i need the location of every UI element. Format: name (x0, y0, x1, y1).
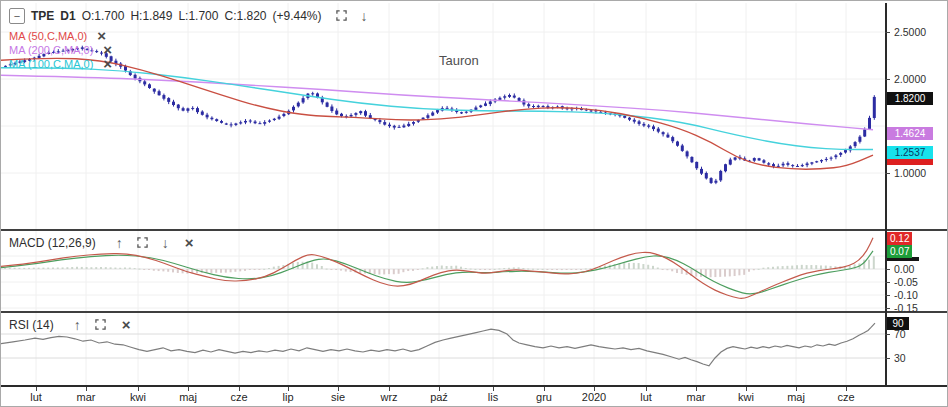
chart-window: − TPE D1 O:1.700 H:1.849 L:1.700 C:1.820… (0, 0, 948, 407)
macd-axis-tick (885, 295, 890, 296)
x-axis-month-label[interactable]: cze (230, 391, 247, 403)
close-macd-icon[interactable]: × (185, 236, 194, 250)
macd-axis-tick-label: 0.00 (894, 263, 914, 275)
price-axis-tick-label: 2.5000 (894, 26, 926, 38)
price-value-badge: 1.2537 (887, 146, 933, 159)
price-value-badge: 1.8200 (887, 92, 933, 105)
panel-divider (1, 229, 947, 231)
price-value-badge: 1.4624 (887, 127, 933, 140)
instrument-watermark: Tauron (439, 53, 479, 68)
x-axis-month-label[interactable]: lut (640, 391, 652, 403)
rsi-axis-tick (885, 334, 890, 335)
x-axis-month-label[interactable]: mar (77, 391, 96, 403)
ma100-label: MA (100,C,MA,0) (9, 58, 93, 70)
price-axis-tick (885, 79, 890, 80)
macd-axis-tick (885, 282, 890, 283)
ohlc-high: H:1.849 (130, 9, 172, 23)
macd-axis-tick (885, 308, 890, 309)
x-axis-month-label[interactable]: wrz (380, 391, 397, 403)
ohlc-close: C:1.820 (224, 9, 266, 23)
x-axis-month-label[interactable]: lip (282, 391, 293, 403)
macd-value-badge: 0.07 (887, 245, 912, 258)
x-axis-month-label[interactable]: sie (331, 391, 345, 403)
price-axis-tick (885, 32, 890, 33)
close-rsi-icon[interactable]: × (122, 318, 131, 332)
macd-hist-badge-partial (887, 257, 919, 261)
ma50-value-badge-partial (887, 159, 933, 165)
symbol-label: TPE (31, 9, 54, 23)
x-axis-month-label[interactable]: cze (837, 391, 854, 403)
x-axis-line (1, 385, 947, 387)
ohlc-open: O:1.700 (82, 9, 125, 23)
panel-divider (1, 311, 947, 313)
rsi-axis-tick-label: 30 (894, 352, 906, 364)
price-axis-tick-label: 1.0000 (894, 167, 926, 179)
x-axis-month-label[interactable]: 2020 (582, 391, 606, 403)
expand-icon[interactable] (336, 9, 347, 23)
rsi-value-badge: 90 (887, 317, 909, 330)
price-axis-tick (885, 173, 890, 174)
x-axis-month-label[interactable]: lut (30, 391, 42, 403)
x-axis-month-label[interactable]: lis (488, 391, 498, 403)
macd-title: MACD (12,26,9) (9, 236, 96, 250)
expand-icon[interactable] (137, 236, 148, 250)
price-axis-tick-label: 2.0000 (894, 73, 926, 85)
macd-axis-tick-label: -0.05 (894, 276, 918, 288)
collapse-panel-button[interactable]: − (9, 8, 25, 24)
x-axis-month-label[interactable]: gru (536, 391, 552, 403)
remove-ma100-icon[interactable]: × (103, 57, 112, 71)
x-axis-month-label[interactable]: maj (179, 391, 197, 403)
ma50-label: MA (50,C,MA,0) (9, 30, 87, 42)
move-down-icon[interactable]: ↓ (361, 9, 368, 23)
move-down-icon[interactable]: ↓ (162, 236, 169, 250)
rsi-axis-tick-label: 70 (894, 328, 906, 340)
change-percent: (+9.44%) (273, 9, 322, 23)
x-axis-month-label[interactable]: kwi (738, 391, 754, 403)
price-panel-chart[interactable] (1, 3, 885, 229)
move-up-icon[interactable]: ↑ (116, 236, 123, 250)
macd-axis-tick-label: -0.15 (894, 302, 918, 314)
x-axis-month-label[interactable]: kwi (130, 391, 146, 403)
rsi-panel-chart[interactable] (1, 313, 885, 385)
price-panel-header: − TPE D1 O:1.700 H:1.849 L:1.700 C:1.820… (9, 8, 368, 24)
x-axis-month-label[interactable]: mar (687, 391, 706, 403)
x-axis-month-label[interactable]: paź (430, 391, 448, 403)
macd-axis-tick (885, 269, 890, 270)
x-axis-month-label[interactable]: maj (787, 391, 805, 403)
move-up-icon[interactable]: ↑ (74, 318, 81, 332)
macd-axis-tick-label: -0.10 (894, 289, 918, 301)
ma200-label: MA (200,C,MA,0) (9, 44, 93, 56)
rsi-title: RSI (14) (9, 318, 54, 332)
interval-label: D1 (60, 9, 75, 23)
rsi-axis-tick (885, 358, 890, 359)
macd-value-badge: 0.12 (887, 232, 912, 245)
ohlc-low: L:1.700 (178, 9, 218, 23)
expand-icon[interactable] (95, 318, 106, 332)
